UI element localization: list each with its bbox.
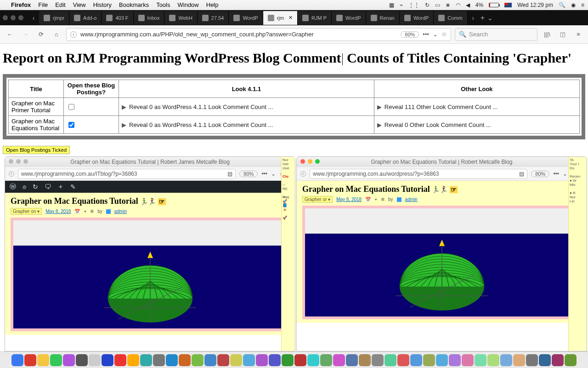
battery-icon[interactable]	[489, 3, 499, 7]
zoom-level[interactable]: 80%	[531, 171, 549, 177]
browser-tab[interactable]: WordP	[332, 11, 366, 25]
dock-app-icon[interactable]	[449, 354, 461, 366]
dock-app-icon[interactable]	[475, 354, 486, 366]
dock-app-icon[interactable]	[397, 354, 409, 366]
dock-app-icon[interactable]	[37, 354, 49, 366]
reader-icon[interactable]: ▤	[519, 171, 524, 177]
reload-button[interactable]: ⟳	[35, 29, 47, 40]
bluetooth-icon[interactable]: ⋇	[446, 2, 450, 8]
dock-app-icon[interactable]	[410, 354, 422, 366]
category-tag[interactable]: Grapher or ▾	[302, 196, 333, 203]
browser-tab[interactable]: RJM P	[298, 11, 332, 25]
menu-edit[interactable]: Edit	[55, 1, 65, 8]
dock-app-icon[interactable]	[539, 354, 551, 366]
dock-app-icon[interactable]	[50, 354, 62, 366]
dock-app-icon[interactable]	[346, 354, 358, 366]
back-button[interactable]: ←	[4, 29, 16, 40]
dock-app-icon[interactable]	[114, 354, 126, 366]
dock-app-icon[interactable]	[166, 354, 178, 366]
dock-app-icon[interactable]	[102, 354, 113, 366]
browser-tab[interactable]: WebH	[164, 11, 197, 25]
address-bar[interactable]: i www.rjmprogramming.com.au/PHP/old_new_…	[66, 28, 451, 41]
edit-icon[interactable]: ✎	[70, 183, 76, 190]
pocket-icon[interactable]: ⌄	[563, 171, 567, 177]
comments-icon[interactable]: 🗨	[45, 183, 51, 190]
menubar-icon[interactable]: ⋮⋮	[408, 2, 419, 8]
dock-app-icon[interactable]	[76, 354, 88, 366]
menu-help[interactable]: Help	[206, 1, 219, 8]
dock-app-icon[interactable]	[204, 354, 216, 366]
zoom-level[interactable]: 80%	[401, 31, 419, 38]
dock-app-icon[interactable]	[11, 354, 23, 366]
menu-bookmarks[interactable]: Bookmarks	[119, 1, 149, 8]
pocket-icon[interactable]: ⌄	[433, 31, 438, 38]
siri-icon[interactable]: ◉	[571, 2, 576, 8]
dock-app-icon[interactable]	[140, 354, 152, 366]
window-controls[interactable]	[3, 15, 23, 20]
window-titlebar[interactable]: Grapher on Mac Equations Tutorial | Robe…	[5, 157, 295, 167]
new-tab-button[interactable]: +	[481, 14, 485, 22]
menubar-clock[interactable]: Wed 12:29 pm	[517, 2, 553, 8]
site-info-icon[interactable]: i	[300, 171, 306, 177]
cell-other[interactable]: ▶Reveal 111 Other Look Comment Count ...	[374, 98, 579, 116]
window-titlebar[interactable]: Grapher on Mac Equations Tutorial | Robe…	[297, 157, 587, 167]
dock-app-icon[interactable]	[359, 354, 371, 366]
dashboard-icon[interactable]: ⌾	[23, 183, 26, 190]
page-action-icon[interactable]: •••	[261, 171, 267, 177]
dock-app-icon[interactable]	[333, 354, 345, 366]
browser-tab[interactable]: Comm	[434, 11, 467, 25]
dock-app-icon[interactable]	[89, 354, 101, 366]
app-menu-icon[interactable]: ≡	[572, 31, 584, 38]
plus-icon[interactable]: +	[374, 197, 377, 202]
cell-look[interactable]: ▶Reveal 0 as WordPress 4.1.1 Look Commen…	[119, 116, 374, 134]
menu-tools[interactable]: Tools	[156, 1, 170, 8]
dock-app-icon[interactable]	[243, 354, 255, 366]
tabs-scroll-left[interactable]: ‹	[28, 14, 39, 22]
dock-app-icon[interactable]	[63, 354, 75, 366]
volume-icon[interactable]: ◀	[466, 2, 470, 8]
flag-icon[interactable]	[504, 3, 512, 7]
post-date[interactable]: May 8, 2018	[336, 197, 362, 202]
browser-tab[interactable]: rjm✕	[263, 11, 298, 25]
home-button[interactable]: ⌂	[51, 29, 62, 40]
author-link[interactable]: admin	[114, 209, 127, 214]
dock-app-icon[interactable]	[565, 354, 577, 366]
cell-look[interactable]: ▶Reveal 0 as WordPress 4.1.1 Look Commen…	[119, 98, 374, 116]
page-action-icon[interactable]: •••	[423, 31, 429, 38]
menu-file[interactable]: File	[38, 1, 48, 8]
dock-app-icon[interactable]	[282, 354, 294, 366]
dock-app-icon[interactable]	[24, 354, 36, 366]
dock-app-icon[interactable]	[256, 354, 268, 366]
display-icon[interactable]: ▭	[435, 2, 440, 8]
browser-tab[interactable]: rjmpr	[39, 11, 69, 25]
browser-tab[interactable]: 27.54	[198, 11, 229, 25]
dock-app-icon[interactable]	[269, 354, 281, 366]
browser-tab[interactable]: 403 F	[102, 11, 133, 25]
sidebar-icon[interactable]: ◫	[557, 31, 569, 38]
dock-app-icon[interactable]	[294, 354, 306, 366]
dock-app-icon[interactable]	[500, 354, 512, 366]
mini-address-bar[interactable]: www.rjmprogramming.com.au/wordpress/?p=3…	[310, 169, 527, 179]
dock-app-icon[interactable]	[423, 354, 435, 366]
dock-app-icon[interactable]	[217, 354, 229, 366]
dock-app-icon[interactable]	[153, 354, 165, 366]
menu-history[interactable]: History	[93, 1, 112, 8]
dock-app-icon[interactable]	[552, 354, 564, 366]
close-tab-icon[interactable]: ✕	[288, 15, 293, 21]
open-checkbox[interactable]	[68, 104, 74, 110]
wifi-icon[interactable]: ◠	[456, 2, 460, 8]
traffic-lights[interactable]	[300, 159, 320, 164]
menubar-icon[interactable]: ⌁	[400, 2, 403, 8]
wp-admin-bar[interactable]: ⓦ⌾↻🗨＋✎	[5, 181, 295, 193]
browser-tab[interactable]: Renan	[366, 11, 400, 25]
wp-logo-icon[interactable]: ⓦ	[10, 183, 16, 191]
new-icon[interactable]: ＋	[57, 183, 64, 191]
dock-app-icon[interactable]	[192, 354, 204, 366]
notification-center-icon[interactable]: ≡	[581, 2, 584, 8]
page-action-icon[interactable]: •••	[553, 171, 559, 177]
post-date[interactable]: May 8, 2018	[45, 209, 71, 214]
site-info-icon[interactable]: i	[9, 171, 14, 177]
open-postings-button[interactable]: Open Blog Postings Ticked	[3, 146, 70, 154]
open-checkbox[interactable]	[68, 122, 74, 128]
dock-app-icon[interactable]	[179, 354, 191, 366]
